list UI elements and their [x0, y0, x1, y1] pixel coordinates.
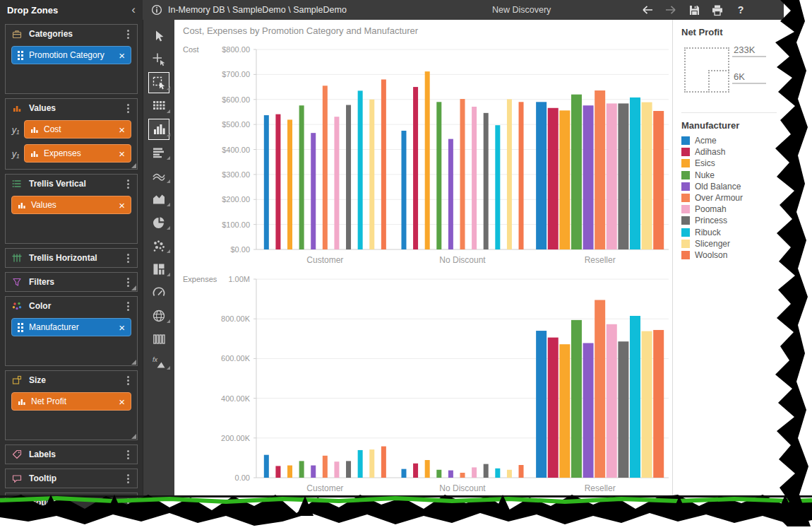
- bar-woolson[interactable]: [381, 447, 386, 478]
- bar-ribuck[interactable]: [358, 90, 363, 249]
- drop-area[interactable]: [6, 67, 137, 90]
- gauge-icon[interactable]: [143, 281, 175, 304]
- bar-nuke[interactable]: [436, 102, 441, 249]
- bar-adihash[interactable]: [275, 466, 280, 478]
- legend-item-princess[interactable]: Princess: [681, 215, 784, 226]
- drop-area[interactable]: [6, 217, 137, 240]
- section-menu-icon[interactable]: [124, 300, 133, 313]
- bar-esics[interactable]: [425, 71, 430, 249]
- bar-adihash[interactable]: [413, 464, 418, 478]
- bar-acme[interactable]: [264, 455, 269, 478]
- marquee-select-icon[interactable]: [143, 71, 175, 94]
- chip-net-profit[interactable]: Net Profit ×: [11, 392, 131, 411]
- drop-area[interactable]: [6, 413, 137, 436]
- bar-nuke[interactable]: [436, 470, 441, 478]
- bar-poomah[interactable]: [607, 103, 617, 249]
- bar-over-armour[interactable]: [323, 456, 328, 478]
- bar-slicenger[interactable]: [369, 449, 374, 478]
- bar-old-balance[interactable]: [311, 133, 316, 249]
- bar-acme[interactable]: [401, 469, 406, 478]
- bar-nuke[interactable]: [571, 320, 582, 478]
- bar-slicenger[interactable]: [507, 470, 512, 478]
- legend-item-slicenger[interactable]: Slicenger: [681, 238, 784, 249]
- bar-poomah[interactable]: [472, 467, 477, 478]
- section-menu-icon[interactable]: [124, 374, 133, 387]
- bar-old-balance[interactable]: [311, 466, 316, 478]
- back-icon[interactable]: [641, 4, 654, 16]
- bar-over-armour[interactable]: [595, 90, 605, 249]
- bar-old-balance[interactable]: [583, 343, 594, 478]
- bar-over-armour[interactable]: [460, 473, 465, 478]
- pie-chart-icon[interactable]: [143, 211, 175, 234]
- legend-item-adihash[interactable]: Adihash: [681, 146, 784, 158]
- section-menu-icon[interactable]: [124, 177, 133, 191]
- chip-manufacturer[interactable]: Manufacturer ×: [11, 318, 131, 336]
- bar-slicenger[interactable]: [642, 102, 652, 249]
- collapse-sidebar-icon[interactable]: ‹: [131, 3, 136, 17]
- bar-poomah[interactable]: [607, 324, 617, 478]
- legend-item-over-armour[interactable]: Over Armour: [681, 192, 784, 204]
- help-icon[interactable]: ?: [734, 4, 747, 16]
- bar-old-balance[interactable]: [448, 139, 453, 249]
- info-icon[interactable]: [151, 4, 162, 16]
- bar-acme[interactable]: [401, 131, 406, 249]
- bar-woolson[interactable]: [653, 111, 664, 249]
- bar-ribuck[interactable]: [495, 125, 500, 249]
- bar-nuke[interactable]: [299, 105, 304, 249]
- bar-nuke[interactable]: [299, 461, 304, 478]
- forward-icon[interactable]: [664, 4, 677, 16]
- bar-esics[interactable]: [287, 466, 292, 478]
- bar-esics[interactable]: [559, 110, 570, 249]
- small-multiples-icon[interactable]: [143, 327, 175, 351]
- bar-slicenger[interactable]: [507, 99, 512, 249]
- legend-item-ribuck[interactable]: Ribuck: [681, 227, 784, 238]
- remove-chip-icon[interactable]: ×: [119, 322, 125, 333]
- bar-acme[interactable]: [536, 102, 547, 249]
- bar-woolson[interactable]: [519, 465, 524, 478]
- bar-adihash[interactable]: [275, 114, 280, 249]
- remove-chip-icon[interactable]: ×: [119, 200, 125, 211]
- column-chart-icon[interactable]: [143, 117, 175, 141]
- bar-woolson[interactable]: [653, 330, 664, 478]
- bar-princess[interactable]: [346, 461, 351, 478]
- bar-ribuck[interactable]: [630, 316, 640, 478]
- legend-item-woolson[interactable]: Woolson: [681, 249, 784, 261]
- bar-chart-icon[interactable]: [143, 141, 175, 164]
- bar-poomah[interactable]: [334, 117, 339, 249]
- function-chart-icon[interactable]: fx: [143, 351, 175, 374]
- bar-woolson[interactable]: [381, 79, 386, 249]
- section-menu-icon[interactable]: [124, 496, 133, 510]
- bar-adihash[interactable]: [548, 108, 559, 249]
- section-menu-icon[interactable]: [124, 102, 133, 115]
- save-icon[interactable]: [688, 4, 700, 16]
- move-crosshair-icon[interactable]: [143, 47, 175, 71]
- treemap-icon[interactable]: [143, 257, 175, 281]
- bar-ribuck[interactable]: [358, 450, 363, 478]
- print-icon[interactable]: [711, 4, 724, 16]
- bar-ribuck[interactable]: [630, 98, 640, 249]
- bar-esics[interactable]: [287, 119, 292, 249]
- bar-acme[interactable]: [264, 115, 269, 249]
- remove-chip-icon[interactable]: ×: [119, 50, 125, 61]
- area-chart-icon[interactable]: [143, 187, 175, 211]
- bar-princess[interactable]: [618, 103, 628, 249]
- bar-slicenger[interactable]: [642, 331, 652, 478]
- bar-old-balance[interactable]: [583, 105, 594, 249]
- bar-poomah[interactable]: [334, 461, 339, 478]
- bar-over-armour[interactable]: [595, 300, 605, 478]
- section-menu-icon[interactable]: [124, 252, 133, 265]
- bar-old-balance[interactable]: [448, 471, 453, 478]
- section-menu-icon[interactable]: [124, 472, 133, 485]
- bar-esics[interactable]: [425, 460, 430, 478]
- bar-over-armour[interactable]: [460, 99, 465, 249]
- map-icon[interactable]: [143, 304, 175, 327]
- bar-acme[interactable]: [536, 331, 547, 478]
- legend-item-esics[interactable]: Esics: [681, 158, 784, 169]
- chip-promotion-category[interactable]: Promotion Category ×: [11, 46, 131, 64]
- legend-item-acme[interactable]: Acme: [681, 135, 784, 146]
- remove-chip-icon[interactable]: ×: [119, 148, 125, 159]
- breadcrumb[interactable]: In-Memory DB \ SampleDemo \ SampleDemo: [168, 5, 347, 15]
- chip-cost[interactable]: Cost ×: [24, 120, 131, 139]
- bar-over-armour[interactable]: [323, 86, 328, 249]
- scatter-chart-icon[interactable]: [143, 234, 175, 257]
